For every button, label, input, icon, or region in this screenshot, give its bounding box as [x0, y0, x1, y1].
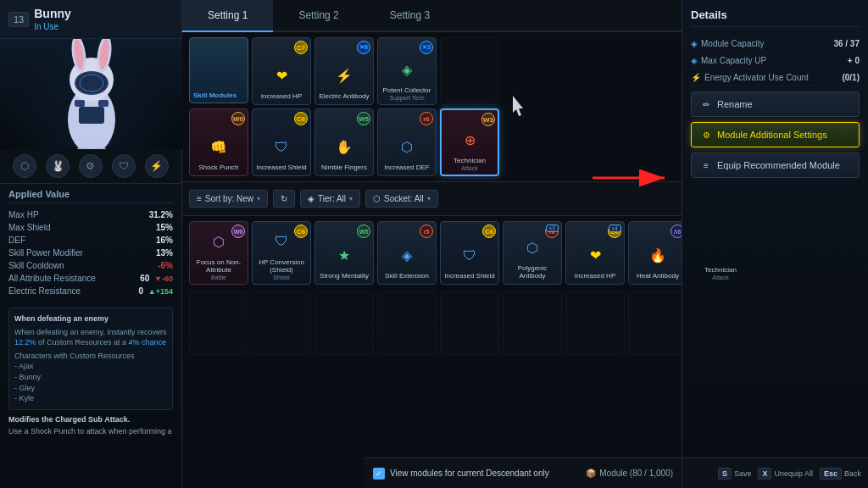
empty-slot-1[interactable]	[440, 37, 499, 105]
stat-name-elecres: Electric Resistance	[8, 286, 81, 296]
tier-badge-2: ✕6	[357, 41, 370, 54]
red-arrow-container	[588, 161, 673, 198]
settings-icon: ⚙	[700, 129, 712, 141]
card-icon-tech: ⊕	[455, 125, 485, 155]
stat-name-skillcd: Skill Cooldown	[8, 261, 64, 270]
card-name-ihpa: Increased HP	[573, 272, 617, 280]
module-technician-equipped[interactable]: W3 ⊕ Technician Attack	[440, 108, 499, 176]
module-capacity-row: ◈ Module Capacity 36 / 37	[691, 36, 860, 53]
card-name-3: Potent Collector	[381, 86, 433, 95]
card-name-hpc: HP Conversion (Shield)	[253, 258, 310, 274]
energy-label: Energy Activator Use Count	[704, 73, 809, 82]
module-heat-antibody[interactable]: Λ6 🔥 Heat Antibody	[628, 221, 687, 285]
stat-row-maxshield: Max Shield 15%	[8, 221, 173, 234]
energy-val: (0/1)	[842, 73, 860, 82]
equipped-row1: Skill Modules C7 ❤ Increased HP ✕6 ⚡ Ele…	[189, 37, 499, 105]
module-nimble-fingers[interactable]: W5 ✋ Nimble Fingers	[314, 108, 374, 176]
tab-setting1[interactable]: Setting 1	[182, 0, 273, 32]
empty-4[interactable]	[377, 291, 437, 355]
module-potent-collector[interactable]: ✕3 ◈ Potent Collector Support Tech	[377, 37, 437, 105]
icon-circle1[interactable]: ⬡	[13, 154, 36, 178]
card-type-3: Support Tech	[389, 95, 424, 101]
card-icon-isa: 🛡	[455, 241, 485, 270]
icon-rabbit[interactable]: 🐰	[46, 154, 70, 178]
skill-modules-card[interactable]: Skill Modules	[189, 37, 248, 103]
svg-marker-18	[513, 96, 523, 116]
module-increased-hp[interactable]: C7 ❤ Increased HP	[252, 37, 311, 105]
tab-setting3[interactable]: Setting 3	[364, 0, 455, 32]
energy-label-group: ⚡ Energy Activator Use Count	[691, 73, 809, 82]
label-unequip: Unequip All	[774, 469, 813, 478]
module-polygenic-antibody[interactable]: r6 x3 ⬡ Polygenic Antibody	[503, 221, 562, 285]
stat-row-skillpower: Skill Power Modifier 13%	[8, 247, 173, 259]
view-checkbox[interactable]: ✓ View modules for current Descendant on…	[373, 468, 549, 480]
module-skill-extension[interactable]: r5 ◈ Skill Extension	[377, 221, 437, 285]
empty-7[interactable]	[565, 291, 625, 355]
sort-icon: ≡	[197, 194, 202, 203]
stat-name-maxshield: Max Shield	[8, 223, 50, 232]
module-capacity-label-group: ◈ Module Capacity	[691, 39, 764, 48]
character-silhouette	[36, 39, 147, 149]
icon-shield[interactable]: 🛡	[112, 154, 136, 178]
module-electric-antibody[interactable]: ✕6 ⚡ Electric Antibody	[314, 37, 374, 105]
module-hp-conversion[interactable]: C6 🛡 HP Conversion (Shield) Shield	[252, 221, 311, 285]
svg-rect-10	[98, 100, 108, 107]
socket-btn[interactable]: ⬡ Socket: All ▾	[365, 190, 438, 208]
empty-5[interactable]	[440, 291, 499, 355]
empty-8[interactable]	[628, 291, 687, 355]
stat-val-allattr: 60 ▼-60	[140, 274, 173, 283]
module-increased-hp-a[interactable]: C6 x4 ❤ Increased HP	[565, 221, 625, 285]
empty-6[interactable]	[503, 291, 562, 355]
count-ihpa: x4	[609, 225, 621, 232]
card-icon-2: ⚡	[330, 61, 359, 91]
energy-row: ⚡ Energy Activator Use Count (0/1)	[691, 69, 860, 86]
max-capacity-label-group: ◈ Max Capacity UP	[691, 56, 766, 65]
stat-name-def: DEF	[8, 236, 25, 245]
label-save: Save	[734, 469, 752, 478]
module-shock-punch[interactable]: W0 👊 Shock Punch	[189, 108, 248, 176]
char-list-gley: - Gley	[14, 383, 167, 394]
icon-lightning[interactable]: ⚡	[145, 154, 169, 178]
card-name-id: Increased DEF	[382, 164, 431, 172]
equip-icon: ≡	[700, 159, 712, 171]
module-count: 📦 Module (80 / 1,000)	[586, 469, 673, 478]
module-increased-shield-e[interactable]: C6 🛡 Increased Shield	[252, 108, 311, 176]
equip-recommended-btn[interactable]: ≡ Equip Recommended Module	[691, 152, 860, 178]
max-capacity-val: + 0	[848, 56, 860, 65]
card-icon-ha: 🔥	[643, 241, 673, 270]
energy-icon: ⚡	[691, 73, 701, 82]
tier-arrow: ▾	[349, 195, 353, 202]
module-settings-btn[interactable]: ⚙ Module Additional Settings	[691, 122, 860, 147]
cursor-area	[506, 37, 530, 176]
sort-btn[interactable]: ≡ Sort by: New ▾	[189, 190, 268, 208]
empty-1[interactable]	[189, 291, 248, 355]
applied-value-section: Applied Value Max HP 31.2% Max Shield 15…	[0, 184, 181, 302]
when-defeating-title: When defeating an enemy	[14, 313, 167, 324]
key-unequip: X	[758, 468, 771, 480]
module-increased-def[interactable]: r6 ⬡ Increased DEF	[377, 108, 437, 176]
char-list-kyle: - Kyle	[14, 393, 167, 404]
stat-row-def: DEF 16%	[8, 234, 173, 247]
tab-setting2[interactable]: Setting 2	[273, 0, 364, 32]
stat-val-maxhp: 31.2%	[149, 210, 173, 219]
svg-point-3	[76, 73, 107, 93]
tier-btn[interactable]: ◈ Tier: All ▾	[300, 190, 360, 208]
character-status: In Use	[34, 22, 71, 31]
max-capacity-row: ◈ Max Capacity UP + 0	[691, 53, 860, 69]
card-type-ta: Attack	[712, 274, 728, 280]
module-focus-nonattr[interactable]: W6 ⬡ Focus on Non-Attribute Battle	[189, 221, 248, 285]
max-capacity-label: Max Capacity UP	[701, 56, 766, 65]
empty-3[interactable]	[314, 291, 374, 355]
tab-setting2-label: Setting 2	[298, 9, 338, 21]
socket-label: Socket: All	[384, 194, 424, 203]
empty-2[interactable]	[252, 291, 311, 355]
icon-gear[interactable]: ⚙	[79, 154, 103, 178]
sort-label: Sort by: New	[205, 194, 253, 203]
card-icon-3: ◈	[392, 55, 422, 85]
refresh-btn[interactable]: ↻	[273, 190, 295, 208]
module-strong-mentality[interactable]: W5 ★ Strong Mentality	[314, 221, 374, 285]
module-increased-shield-a[interactable]: C6 🛡 Increased Shield	[440, 221, 499, 285]
cursor-icon	[509, 94, 526, 119]
character-panel: 13 Bunny In Use	[0, 0, 182, 488]
rename-btn[interactable]: ✏ Rename	[691, 92, 860, 117]
